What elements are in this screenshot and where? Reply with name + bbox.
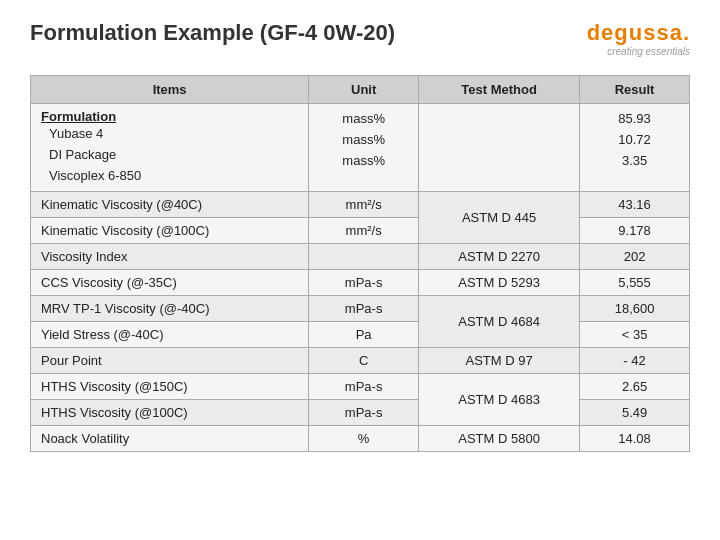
header-unit: Unit (309, 76, 419, 104)
data-table: Items Unit Test Method Result Formulatio… (30, 75, 690, 452)
table-row: Kinematic Viscosity (@100C) mm²/s 9.178 (31, 218, 690, 244)
page-container: Formulation Example (GF-4 0W-20) degussa… (0, 0, 720, 540)
yield-stress-unit: Pa (309, 322, 419, 348)
kin-visc-40-item: Kinematic Viscosity (@40C) (31, 192, 309, 218)
hths-100-result: 5.49 (580, 400, 690, 426)
header-result: Result (580, 76, 690, 104)
kin-visc-40-result: 43.16 (580, 192, 690, 218)
hths-100-item: HTHS Viscosity (@100C) (31, 400, 309, 426)
noack-item: Noack Volatility (31, 426, 309, 452)
header-method: Test Method (419, 76, 580, 104)
visc-index-unit (309, 244, 419, 270)
table-header-row: Items Unit Test Method Result (31, 76, 690, 104)
table-row: HTHS Viscosity (@100C) mPa-s 5.49 (31, 400, 690, 426)
kin-visc-100-unit: mm²/s (309, 218, 419, 244)
hths-150-item: HTHS Viscosity (@150C) (31, 374, 309, 400)
table-row: HTHS Viscosity (@150C) mPa-s ASTM D 4683… (31, 374, 690, 400)
header-area: Formulation Example (GF-4 0W-20) degussa… (30, 20, 690, 57)
formulation-result: 85.9310.723.35 (580, 104, 690, 192)
table-row: Yield Stress (@-40C) Pa < 35 (31, 322, 690, 348)
table-row: CCS Viscosity (@-35C) mPa-s ASTM D 5293 … (31, 270, 690, 296)
ccs-visc-item: CCS Viscosity (@-35C) (31, 270, 309, 296)
visc-index-item: Viscosity Index (31, 244, 309, 270)
table-row: Formulation Yubase 4DI PackageViscoplex … (31, 104, 690, 192)
table-row: Viscosity Index ASTM D 2270 202 (31, 244, 690, 270)
hths-100-unit: mPa-s (309, 400, 419, 426)
kin-visc-method: ASTM D 445 (419, 192, 580, 244)
ccs-visc-result: 5,555 (580, 270, 690, 296)
yield-stress-result: < 35 (580, 322, 690, 348)
formulation-unit: mass%mass%mass% (309, 104, 419, 192)
ccs-visc-unit: mPa-s (309, 270, 419, 296)
formulation-items: Formulation Yubase 4DI PackageViscoplex … (31, 104, 309, 192)
logo-area: degussa. creating essentials (587, 20, 690, 57)
hths-method: ASTM D 4683 (419, 374, 580, 426)
table-row: Kinematic Viscosity (@40C) mm²/s ASTM D … (31, 192, 690, 218)
formulation-result-values: 85.9310.723.35 (590, 109, 679, 171)
table-row: MRV TP-1 Viscosity (@-40C) mPa-s ASTM D … (31, 296, 690, 322)
mrv-visc-unit: mPa-s (309, 296, 419, 322)
mrv-visc-method: ASTM D 4684 (419, 296, 580, 348)
visc-index-result: 202 (580, 244, 690, 270)
page-title: Formulation Example (GF-4 0W-20) (30, 20, 395, 46)
noack-result: 14.08 (580, 426, 690, 452)
formulation-sub-items: Yubase 4DI PackageViscoplex 6-850 (41, 124, 298, 186)
mrv-visc-result: 18,600 (580, 296, 690, 322)
noack-unit: % (309, 426, 419, 452)
pour-point-item: Pour Point (31, 348, 309, 374)
pour-point-method: ASTM D 97 (419, 348, 580, 374)
visc-index-method: ASTM D 2270 (419, 244, 580, 270)
kin-visc-40-unit: mm²/s (309, 192, 419, 218)
formulation-method (419, 104, 580, 192)
hths-150-unit: mPa-s (309, 374, 419, 400)
formulation-unit-values: mass%mass%mass% (319, 109, 408, 171)
yield-stress-item: Yield Stress (@-40C) (31, 322, 309, 348)
logo-text: degussa. (587, 20, 690, 46)
table-row: Noack Volatility % ASTM D 5800 14.08 (31, 426, 690, 452)
logo-tagline: creating essentials (607, 46, 690, 57)
noack-method: ASTM D 5800 (419, 426, 580, 452)
formulation-label: Formulation (41, 109, 116, 124)
hths-150-result: 2.65 (580, 374, 690, 400)
kin-visc-100-item: Kinematic Viscosity (@100C) (31, 218, 309, 244)
pour-point-unit: C (309, 348, 419, 374)
ccs-visc-method: ASTM D 5293 (419, 270, 580, 296)
mrv-visc-item: MRV TP-1 Viscosity (@-40C) (31, 296, 309, 322)
pour-point-result: - 42 (580, 348, 690, 374)
table-row: Pour Point C ASTM D 97 - 42 (31, 348, 690, 374)
header-items: Items (31, 76, 309, 104)
kin-visc-100-result: 9.178 (580, 218, 690, 244)
